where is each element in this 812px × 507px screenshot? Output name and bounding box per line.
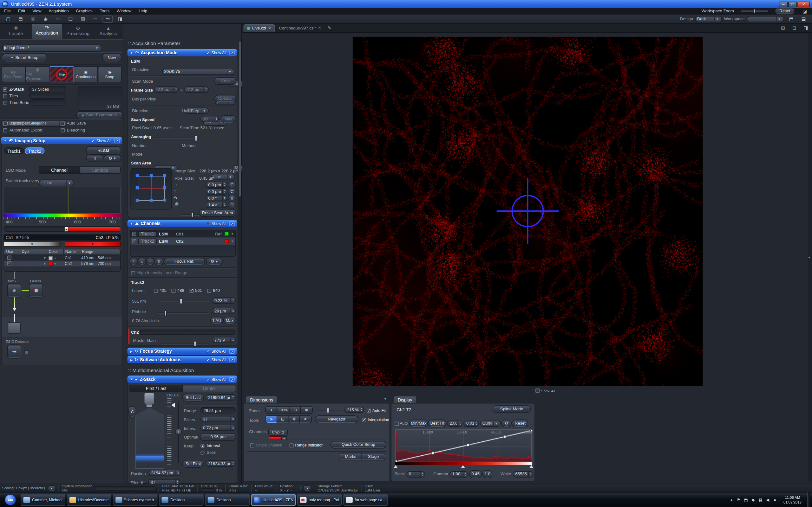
pan-tool-icon[interactable]: ✥ xyxy=(288,416,300,423)
auto-fit-checkbox[interactable] xyxy=(367,408,371,412)
lasers-node[interactable] xyxy=(30,284,43,297)
bleaching-checkbox[interactable] xyxy=(61,128,65,132)
zoom-spinner[interactable]: 1.4 ×▲▼ xyxy=(206,202,227,208)
center-tab[interactable]: Center xyxy=(183,385,236,392)
popout-icon[interactable]: ↗ xyxy=(229,349,235,354)
set-last-button[interactable]: Set Last xyxy=(183,394,203,401)
objective-select[interactable]: 20x/0.75▼ xyxy=(162,68,235,75)
menu-window[interactable]: Window xyxy=(117,9,131,14)
track2-color-swatch[interactable] xyxy=(225,239,229,243)
taskbar-item-network-share[interactable]: \\shares.nyumc.o... xyxy=(113,494,157,506)
popout-icon[interactable]: ↗ xyxy=(229,221,235,226)
workspace-zoom-slider[interactable] xyxy=(741,10,768,12)
auto-save-checkbox[interactable] xyxy=(61,121,65,125)
pinhole-max-button[interactable]: Max xyxy=(223,317,236,324)
prism-node[interactable] xyxy=(8,322,20,334)
tab-processing[interactable]: ⚙Processing xyxy=(63,25,93,40)
find-focus-button[interactable]: AFFind Focus xyxy=(2,66,26,82)
tiles-summary[interactable]: --- xyxy=(29,93,66,99)
workspace-save-icon[interactable]: ⬓ xyxy=(799,15,809,22)
position-spinner[interactable]: 3154.57 µm▲▼ xyxy=(149,469,181,476)
detection-range-track[interactable]: ◀ xyxy=(3,226,120,232)
continuous-button[interactable]: ▣Continuous xyxy=(73,66,98,82)
offset-x-spinner[interactable]: 0.0 µm▲▼ xyxy=(206,181,227,188)
track-options-button[interactable]: ⚙▼ xyxy=(104,155,120,162)
layout-grid-icon[interactable]: ⊞ xyxy=(778,24,788,32)
focus-strategy-header[interactable]: ▶↻Focus Strategy ✓Show All↗ xyxy=(128,348,237,355)
time-series-checkbox[interactable] xyxy=(3,101,7,105)
menu-edit[interactable]: Edit xyxy=(18,9,26,14)
cut-icon[interactable]: ✂ xyxy=(53,15,63,22)
ch2-range-bar[interactable]: ▼ xyxy=(65,241,120,246)
interval-spinner[interactable]: 0.72 µm▲▼ xyxy=(200,425,236,431)
start-zen-orb[interactable]: ZEN xyxy=(5,494,16,505)
panel-collapse-icon[interactable]: ▼ xyxy=(384,397,387,400)
popout-icon[interactable]: ↗ xyxy=(229,357,235,362)
laser-488-checkbox[interactable] xyxy=(171,288,176,292)
ch1-dye-select[interactable]: ▼ xyxy=(20,256,47,261)
start-experiment-button[interactable]: ▶Start Experiment xyxy=(77,112,122,118)
first-last-tab[interactable]: First / Last xyxy=(130,385,183,392)
workspace-select[interactable]: ▼ xyxy=(747,16,784,22)
switch-track-select[interactable]: – Line▼ xyxy=(39,180,74,186)
esid-detector-node[interactable]: ⇥ xyxy=(8,345,20,358)
statusbar-expand-icon[interactable]: ▲ xyxy=(48,486,55,491)
menu-help[interactable]: Help xyxy=(139,9,147,14)
z-stack-show-all[interactable]: ✓Show All xyxy=(206,377,226,382)
best-fit-high-spinner[interactable]: 0.01▲▼ xyxy=(464,420,479,427)
design-select[interactable]: Dark▼ xyxy=(695,16,722,22)
keep-interval-radio[interactable] xyxy=(200,444,205,448)
menu-view[interactable]: View xyxy=(32,9,41,14)
image-icon[interactable]: ◨ xyxy=(115,15,125,22)
delete-track-icon[interactable]: ▯ xyxy=(155,258,163,265)
workspace-zoom-reset-button[interactable]: Reset xyxy=(775,8,794,14)
ch1-range-bar[interactable]: ▼ xyxy=(3,241,61,246)
min-max-button[interactable]: Min/Max xyxy=(410,420,427,427)
move-up-icon[interactable]: ▴ xyxy=(138,258,146,265)
pointer-tool-icon[interactable]: ➤ xyxy=(266,416,277,423)
tray-show-hidden-icon[interactable]: ▴ xyxy=(728,498,734,502)
slices-spinner[interactable]: 37▲▼ xyxy=(200,416,236,422)
stage-button[interactable]: Stage xyxy=(362,453,385,460)
z-position-marker[interactable] xyxy=(171,402,175,407)
tab-locate[interactable]: 👁Locate xyxy=(1,25,31,40)
taskbar-item-cammer[interactable]: Cammer, Michael... xyxy=(20,494,65,506)
image-viewport[interactable] xyxy=(242,33,808,393)
track1-name[interactable]: Track1 xyxy=(138,231,157,237)
show-all-checkbox[interactable] xyxy=(536,389,540,393)
lut-scope-select[interactable]: Current▼ xyxy=(480,420,501,427)
averaging-mode-select[interactable]: Line▼ xyxy=(211,174,235,180)
ch1-use-checkbox[interactable] xyxy=(7,256,11,260)
track2-name[interactable]: Track2 xyxy=(138,238,157,244)
set-last-spinner[interactable]: 21650.84 µm▲▼ xyxy=(206,394,236,400)
optimal-button[interactable]: Optimal xyxy=(215,95,236,102)
black-spinner[interactable]: 0▲▼ xyxy=(406,471,425,477)
collapse-arrow-icon[interactable]: ◂ xyxy=(809,255,810,259)
zoom-level-spinner[interactable]: 215 %▲▼ xyxy=(345,406,364,413)
tab-acquisition[interactable]: ↷Acquisition xyxy=(32,24,62,40)
reset-scan-area-button[interactable]: Reset Scan Area xyxy=(200,210,236,216)
scan-area-preview[interactable] xyxy=(131,168,172,210)
menu-acquisition[interactable]: Acquisition xyxy=(49,9,68,14)
interpolation-checkbox[interactable] xyxy=(362,418,366,422)
collapse-panel-icon[interactable]: ◨ xyxy=(801,24,811,32)
tray-network-icon[interactable]: ▦ xyxy=(757,498,763,502)
taskbar-item-libraries[interactable]: Libraries\Docume... xyxy=(67,494,111,506)
tab-analysis[interactable]: ▲Analysis xyxy=(94,25,123,40)
menu-graphics[interactable]: Graphics xyxy=(76,9,92,14)
z-stack-header[interactable]: ▼≡Z-Stack ✓Show All↗ xyxy=(128,376,237,383)
delete-track-button[interactable]: ▯ xyxy=(87,155,103,162)
tray-volume-icon[interactable]: ◀ xyxy=(765,498,770,502)
track2-row[interactable]: Track2 LSM Ch2 ▼ xyxy=(131,237,235,245)
single-channel-checkbox[interactable] xyxy=(250,443,254,447)
histogram[interactable]: 15,000 30,000 45,000 60,000 xyxy=(395,429,532,461)
maximize-button[interactable]: ▢ xyxy=(788,1,797,7)
display-reset-button[interactable]: Reset xyxy=(512,420,528,427)
copy-icon[interactable]: ❏ xyxy=(65,15,76,22)
tab-live-czi[interactable]: Live.czi ✕ xyxy=(243,24,275,32)
paste-icon[interactable]: ▥ xyxy=(78,15,88,22)
scan-speed-max-button[interactable]: Max xyxy=(221,116,236,123)
ruler-frame-icon[interactable]: ▭ xyxy=(102,15,113,22)
open-folder-icon[interactable]: ▤ xyxy=(15,15,26,22)
master-gain-spinner[interactable]: 773 V▲▼ xyxy=(212,337,236,343)
